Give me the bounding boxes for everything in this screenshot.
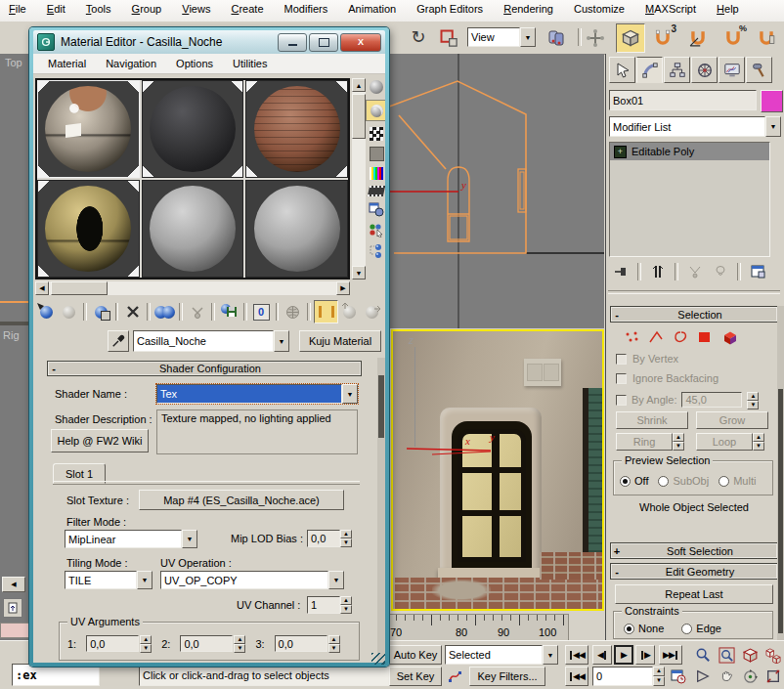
remove-modifier-button[interactable] [709, 261, 732, 282]
by-angle-field[interactable]: 45,0 [681, 392, 742, 408]
sample-slot-1[interactable] [37, 80, 140, 178]
sample-vscrollbar[interactable]: ▲ ▼ [352, 78, 366, 280]
help-fw2-wiki-button[interactable]: Help @ FW2 Wiki [51, 429, 149, 452]
time-configuration-button[interactable] [669, 667, 688, 686]
mip-lod-bias-field[interactable]: 0,0 [307, 530, 340, 547]
vscroll-thumb[interactable] [352, 94, 366, 139]
vertex-subobject-icon[interactable] [624, 330, 639, 344]
scroll-right-button[interactable]: ▶ [336, 281, 350, 295]
uv-operation-dropdown[interactable]: UV_OP_COPY ▼ [160, 571, 344, 589]
tab-display[interactable] [719, 57, 745, 83]
zoom-extents-all-icon[interactable] [762, 645, 784, 665]
select-and-manipulate-button[interactable] [583, 25, 608, 51]
play-button[interactable]: ▶ [614, 645, 633, 665]
menu-maxscript[interactable]: MAXScript [636, 0, 705, 18]
tab-modify[interactable] [636, 57, 663, 83]
show-map-in-viewport-button[interactable] [282, 301, 304, 323]
modifier-list-dropdown[interactable]: Modifier List ▼ [609, 116, 781, 137]
maximize-viewport-icon[interactable] [762, 667, 784, 686]
menu-edit[interactable]: Edit [38, 0, 74, 18]
go-to-parent-button[interactable] [338, 301, 361, 323]
go-to-end-button[interactable]: ▶▶ [659, 645, 682, 665]
menu-graph-editors[interactable]: Graph Editors [408, 0, 492, 18]
spinner-snap-toggle-button[interactable] [753, 24, 780, 52]
reference-coordinate-system-dropdown[interactable]: View▼ [467, 27, 536, 47]
soft-selection-rollout-header[interactable]: +Soft Selection [610, 542, 778, 559]
uv-channel-field[interactable]: 1 [307, 596, 340, 614]
viewport-label-right[interactable]: Rig [3, 329, 20, 341]
uv-arg-1-spinner[interactable]: ▲▼ [140, 635, 152, 652]
constraint-none-radio[interactable] [624, 624, 634, 634]
hscroll-thumb[interactable] [51, 281, 108, 295]
menu-customize[interactable]: Customize [565, 0, 633, 18]
menu-modifiers[interactable]: Modifiers [276, 0, 337, 18]
menu-group[interactable]: Group [123, 0, 171, 18]
params-scrollbar-thumb[interactable] [378, 375, 384, 438]
maximize-button[interactable] [309, 33, 338, 52]
tab-motion[interactable] [691, 57, 718, 83]
pan-hand-icon[interactable] [716, 667, 737, 686]
preview-multi-radio[interactable] [719, 476, 729, 487]
menu-rendering[interactable]: Rendering [495, 0, 562, 18]
select-by-material-icon[interactable] [369, 223, 384, 237]
default-tangent-icon[interactable] [446, 667, 465, 686]
backlight-icon[interactable] [366, 100, 385, 121]
go-to-start-button[interactable]: ◀◀ [565, 645, 588, 665]
loop-button[interactable]: Loop [696, 433, 753, 451]
assign-material-to-selection-button[interactable] [90, 301, 112, 323]
sample-uv-tiling-icon[interactable] [370, 147, 384, 161]
minimize-button[interactable] [278, 33, 307, 52]
grow-button[interactable]: Grow [696, 411, 768, 429]
modifier-stack[interactable]: + Editable Poly [609, 142, 770, 257]
window-resize-grip[interactable] [371, 653, 385, 665]
menu-navigation[interactable]: Navigation [97, 55, 165, 72]
field-of-view-icon[interactable] [692, 667, 714, 686]
perspective-viewport-active[interactable]: z x y [391, 329, 604, 611]
chevron-down-icon[interactable]: ▼ [274, 330, 289, 352]
auto-key-button[interactable]: Auto Key [389, 645, 442, 665]
uv-arg-3-field[interactable]: 0,0 [275, 635, 327, 652]
object-name-field[interactable]: Box01 [609, 90, 757, 110]
current-frame-field[interactable]: 0 [592, 667, 653, 686]
reset-map-button[interactable] [121, 301, 144, 323]
chevron-down-icon[interactable]: ▼ [328, 571, 344, 589]
mini-listener-pink-strip[interactable] [0, 623, 29, 638]
track-bar[interactable]: 70 80 90 100 [386, 614, 569, 642]
material-id-channel-button[interactable]: 0 [250, 301, 273, 323]
pick-material-from-object-button[interactable] [108, 330, 129, 352]
mini-scroll-left-button[interactable]: ◀ [2, 577, 25, 592]
menu-create[interactable]: Create [222, 0, 272, 18]
make-material-copy-button[interactable] [153, 301, 176, 323]
mip-lod-bias-spinner[interactable]: ▲▼ [340, 530, 352, 547]
edit-geometry-rollout-header[interactable]: -Edit Geometry [610, 563, 778, 580]
tab-utilities[interactable] [746, 57, 772, 83]
uv-arg-2-spinner[interactable]: ▲▼ [234, 635, 245, 652]
polygon-subobject-icon[interactable] [697, 330, 713, 344]
scroll-down-button[interactable]: ▼ [352, 266, 366, 280]
expand-icon[interactable]: + [614, 146, 627, 158]
front-viewport[interactable]: y [389, 54, 604, 328]
left-viewport-strip[interactable]: Top Rig ◀ [0, 54, 30, 640]
stack-row-editable-poly[interactable]: + Editable Poly [610, 143, 769, 160]
tab-create[interactable] [609, 57, 635, 83]
select-and-rotate-button[interactable]: ↻ [406, 24, 431, 50]
by-vertex-checkbox[interactable] [616, 354, 627, 365]
uv-arg-1-field[interactable]: 0,0 [86, 635, 139, 652]
sample-type-icon[interactable] [370, 80, 383, 94]
sample-slot-3[interactable] [245, 80, 348, 178]
frame-spinner[interactable]: ▲▼ [653, 667, 665, 686]
edge-subobject-icon[interactable] [648, 330, 664, 344]
snap-toggle-3d-button[interactable]: 3 [649, 24, 676, 52]
show-end-result-button[interactable] [314, 300, 338, 323]
sample-slot-4[interactable] [37, 180, 140, 278]
ignore-backfacing-checkbox[interactable] [616, 373, 627, 384]
key-mode-toggle-button[interactable]: ◀◀ [565, 667, 588, 686]
viewport-label-top[interactable]: Top [5, 57, 22, 68]
preview-off-radio[interactable] [620, 476, 631, 487]
menu-animation[interactable]: Animation [339, 0, 405, 18]
scroll-up-button[interactable]: ▲ [352, 78, 366, 92]
maxscript-listener-icon[interactable] [3, 598, 22, 618]
selection-rollout-header[interactable]: -Selection [610, 306, 778, 323]
chevron-down-icon[interactable]: ▼ [520, 27, 536, 47]
sample-hscrollbar[interactable]: ◀ ▶ [35, 281, 350, 295]
